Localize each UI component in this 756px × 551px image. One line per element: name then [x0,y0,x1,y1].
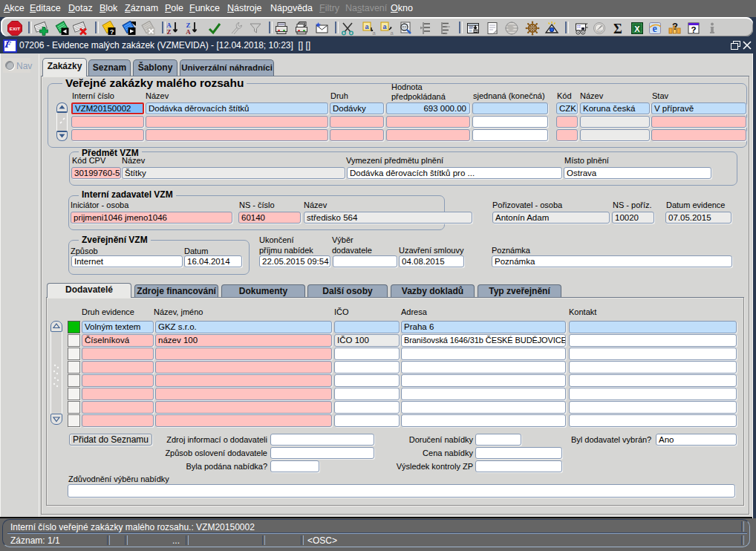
svg-text:?: ? [691,25,696,34]
svg-text:A: A [186,28,191,36]
svg-text:A: A [166,22,172,29]
svg-text:X: X [634,25,640,33]
svg-text:Z: Z [186,22,191,29]
svg-text:?: ? [110,27,114,36]
svg-text:EXIT: EXIT [10,26,21,31]
svg-text:1315: 1315 [596,30,602,33]
svg-text:?: ? [672,21,678,32]
svg-text:F: F [4,39,11,50]
svg-text:Z: Z [167,28,172,36]
svg-text:a: a [390,30,394,36]
svg-text:a: a [372,30,376,36]
svg-text:Σ: Σ [613,22,622,36]
